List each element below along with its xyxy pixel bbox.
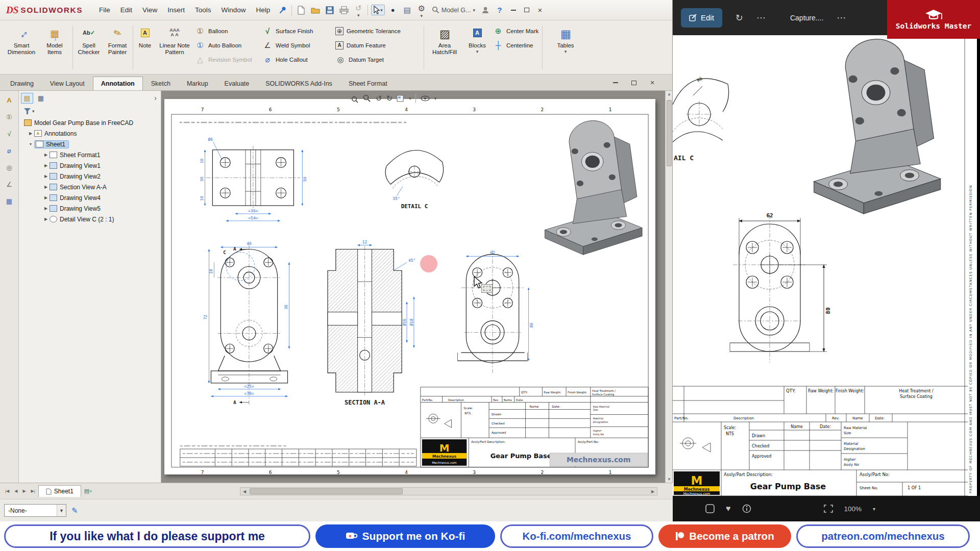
kofi-link[interactable]: Ko-fi.com/mechnexus [500, 524, 653, 548]
tree-item-drawing-view1[interactable]: ▶Drawing View1 [19, 160, 161, 171]
vertical-scrollbar[interactable]: ▲ ▼ [665, 91, 672, 483]
doc-close-button[interactable]: × [646, 77, 659, 88]
tree-item-drawing-view2[interactable]: ▶Drawing View2 [19, 171, 161, 182]
surface-finish-button[interactable]: √Surface Finish [262, 26, 313, 36]
weld-symbol-button[interactable]: ∠Weld Symbol [262, 40, 313, 51]
help-icon[interactable]: ? [493, 4, 506, 17]
blocks-button[interactable]: A Blocks ▾ [464, 23, 490, 72]
menu-tools[interactable]: Tools [190, 4, 216, 16]
share-icon[interactable] [705, 504, 715, 513]
rotate-ccw-icon[interactable]: ↺ [376, 94, 382, 103]
expand-arrow-icon[interactable]: ▶ [42, 217, 50, 221]
sphere-icon[interactable]: ● [386, 4, 400, 17]
drawing-sheet[interactable]: 7 6 5 4 3 2 1 7 6 5 4 3 2 1 [164, 99, 655, 474]
front-view[interactable]: C A A 46 72 18 36 =25= =70= [203, 242, 289, 406]
geometric-tolerance-button[interactable]: ⊕Geometric Tolerance [335, 26, 401, 36]
model-items-button[interactable]: ▦↓ Model Items [40, 23, 69, 72]
scroll-right-icon[interactable]: ▶ [649, 489, 657, 494]
tree-item-section-view-aa[interactable]: ▶Section View A-A [19, 182, 161, 192]
zoom-to-area-icon[interactable] [348, 94, 358, 103]
doc-minimize-button[interactable] [609, 77, 622, 88]
tab-drawing[interactable]: Drawing [2, 77, 42, 90]
tab-evaluate[interactable]: Evaluate [216, 77, 258, 90]
menu-file[interactable]: File [94, 4, 115, 16]
sheet-color-dropdown-icon[interactable]: ▾ [409, 96, 411, 101]
auto-balloon-button[interactable]: ①Auto Balloon [195, 40, 252, 51]
hole-callout-button[interactable]: ⌀Hole Callout [262, 54, 313, 65]
minimize-button[interactable] [507, 5, 520, 16]
expand-arrow-icon[interactable]: ▶ [42, 163, 50, 168]
menu-help[interactable]: Help [251, 4, 275, 16]
tables-button[interactable]: ▦ Tables ▾ [550, 23, 581, 72]
options-gear-icon[interactable]: ⚙▾ [415, 4, 428, 17]
top-view[interactable]: Ø6 10 30 10 50 =36= =54= [200, 137, 308, 221]
favorite-heart-icon[interactable]: ♥ [726, 504, 731, 513]
tables-dropdown-icon[interactable]: ▾ [565, 49, 567, 54]
tree-item-drawing-view4[interactable]: ▶Drawing View4 [19, 192, 161, 203]
undo-icon[interactable]: ↺▾ [352, 4, 365, 17]
zoom-level[interactable]: 100% [844, 505, 862, 513]
menu-edit[interactable]: Edit [115, 4, 137, 16]
expand-arrow-icon[interactable]: ▶ [27, 131, 34, 136]
kofi-button[interactable]: ♥ Support me on Ko-fi [315, 524, 495, 548]
scrollbar-thumb[interactable] [667, 100, 672, 166]
expand-arrow-icon[interactable]: ▶ [42, 185, 50, 189]
centerline-button[interactable]: ┼Centerline [493, 40, 538, 51]
datum-feature-button[interactable]: ADatum Feature [335, 40, 401, 51]
view-settings-dropdown-icon[interactable]: ▾ [434, 96, 437, 101]
tree-item-annotations[interactable]: ▶ A Annotations [19, 128, 161, 139]
tree-item-detail-view-c[interactable]: ▶Detail View C (2 : 1) [19, 214, 161, 224]
user-icon[interactable] [479, 4, 492, 17]
scroll-up-icon[interactable]: ▲ [667, 92, 671, 96]
close-button[interactable]: × [533, 5, 547, 16]
tab-annotation[interactable]: Annotation [93, 77, 143, 90]
smart-dimension-button[interactable]: ↔ Smart Dimension [5, 23, 38, 72]
format-painter-button[interactable]: ✎ Format Painter [103, 23, 132, 72]
last-sheet-icon[interactable]: ▶| [29, 487, 37, 495]
tree-item-sheet-format1[interactable]: ▶Sheet Format1 [19, 149, 161, 160]
menu-view[interactable]: View [137, 4, 162, 16]
search-text[interactable]: Model G... [442, 7, 471, 14]
tree-item-sheet1[interactable]: ▼ Sheet1 [19, 139, 161, 149]
sheet-color-icon[interactable] [397, 94, 405, 103]
tab-solidworks-add-ins[interactable]: SOLIDWORKS Add-Ins [257, 77, 340, 90]
scroll-left-icon[interactable]: ◀ [240, 489, 249, 494]
featuremanager-tab-icon[interactable]: ▤ [21, 93, 33, 104]
patreon-button[interactable]: Become a patron [658, 524, 791, 548]
sheet-properties-icon[interactable]: ▤ [401, 4, 414, 17]
layer-dropdown-icon[interactable]: ▼ [57, 505, 66, 516]
datum-target-button[interactable]: ◎Datum Target [335, 54, 401, 65]
scrollbar-thumb[interactable] [250, 488, 403, 494]
zoom-fit-icon[interactable] [362, 94, 372, 103]
blocks-dropdown-icon[interactable]: ▾ [476, 49, 479, 54]
horizontal-scrollbar[interactable]: ◀ ▶ [240, 487, 657, 495]
first-sheet-icon[interactable]: |◀ [3, 487, 11, 495]
blocks-tool-icon[interactable]: ▦ [3, 195, 16, 207]
expand-arrow-icon[interactable]: ▶ [42, 195, 50, 200]
open-icon[interactable] [309, 4, 322, 17]
expand-arrow-icon[interactable]: ▶ [42, 206, 50, 211]
area-hatch-button[interactable]: ▨ Area Hatch/Fill [427, 23, 462, 72]
tab-view-layout[interactable]: View Layout [42, 77, 93, 90]
spell-checker-button[interactable]: Ab✓ Spell Checker [76, 23, 102, 72]
refresh-icon[interactable]: ↻ [736, 12, 743, 23]
filter-funnel-icon[interactable] [24, 108, 31, 114]
balloon-button[interactable]: ①Balloon [195, 26, 252, 36]
more-options-icon[interactable]: ⋯ [837, 12, 847, 23]
menu-insert[interactable]: Insert [162, 4, 190, 16]
detail-c-view[interactable]: 35° DETAIL C [385, 151, 444, 210]
search-dropdown-icon[interactable]: ▾ [473, 8, 475, 13]
note-button[interactable]: A Note [135, 23, 155, 72]
select-tool[interactable]: ▾ [371, 5, 385, 15]
tab-markup[interactable]: Markup [179, 77, 216, 90]
tree-item-drawing-view5[interactable]: ▶Drawing View5 [19, 203, 161, 214]
rotate-cw-icon[interactable]: ↻ [386, 94, 393, 103]
balloon-tool-icon[interactable]: ① [3, 111, 16, 123]
surface-finish-tool-icon[interactable]: √ [3, 128, 16, 140]
restore-button[interactable] [520, 5, 533, 16]
info-icon[interactable] [742, 504, 751, 513]
expand-arrow-icon[interactable]: ▶ [42, 153, 50, 157]
center-mark-button[interactable]: ⊕Center Mark [493, 26, 538, 36]
print-icon[interactable] [337, 4, 351, 17]
select-dropdown-icon[interactable]: ▾ [380, 8, 383, 13]
